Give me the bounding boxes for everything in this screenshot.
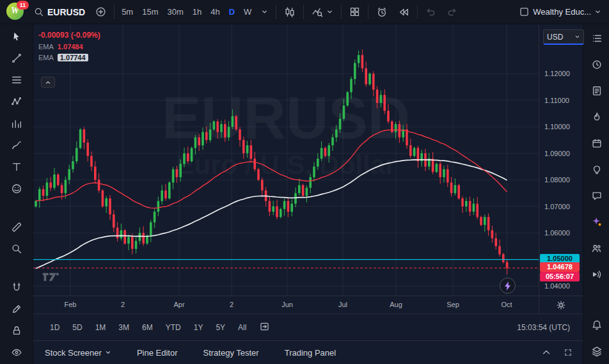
- cursor-tool-button[interactable]: [8, 31, 25, 42]
- symbol-search-button[interactable]: EURUSD: [29, 3, 90, 21]
- time-axis[interactable]: Feb2Apr2JunJulAugSepOct: [33, 296, 539, 313]
- brush-tool-button[interactable]: [8, 139, 25, 151]
- chat-button[interactable]: [589, 189, 605, 202]
- range-1m-button[interactable]: 1M: [90, 321, 111, 334]
- go-to-date-button[interactable]: [254, 319, 275, 336]
- hide-drawings-button[interactable]: [8, 347, 25, 358]
- timeframe-30m[interactable]: 30m: [163, 3, 187, 21]
- range-6m-button[interactable]: 6M: [137, 321, 158, 334]
- price-axis[interactable]: USD 1.120001.110001.100001.090001.080001…: [539, 24, 583, 296]
- range-5y-button[interactable]: 5Y: [210, 321, 230, 334]
- text-tool-button[interactable]: [8, 161, 25, 173]
- calendar-button[interactable]: [589, 137, 605, 150]
- object-tree-button[interactable]: [589, 345, 605, 358]
- time-axis-label: 2: [121, 301, 125, 308]
- redo-button[interactable]: [442, 3, 462, 21]
- timeframe-4h[interactable]: 4h: [207, 3, 223, 21]
- range-ytd-button[interactable]: YTD: [161, 321, 186, 334]
- people-icon: [591, 242, 603, 254]
- rewind-icon: [398, 6, 409, 18]
- indicators-button[interactable]: [307, 3, 338, 21]
- chart-settings-button[interactable]: [539, 296, 583, 313]
- tab-stock-screener-label: Stock Screener: [45, 348, 102, 358]
- trend-line-tool-button[interactable]: [8, 52, 25, 64]
- collapse-legend-button[interactable]: [41, 77, 55, 88]
- fullscreen-icon[interactable]: [564, 348, 573, 357]
- news-button[interactable]: [589, 84, 605, 97]
- expand-panel-up-icon[interactable]: [542, 348, 551, 357]
- range-1y-button[interactable]: 1Y: [189, 321, 209, 334]
- currency-selector[interactable]: USD: [543, 29, 584, 45]
- compare-add-button[interactable]: [91, 3, 111, 21]
- bar-replay-button[interactable]: [393, 3, 414, 21]
- quick-trade-button[interactable]: [500, 278, 516, 294]
- timeframe-1h[interactable]: 1h: [189, 3, 205, 21]
- fib-retracement-tool-button[interactable]: [8, 74, 25, 86]
- timeframe-menu-button[interactable]: [257, 3, 273, 21]
- magnet-tool-button[interactable]: [8, 281, 25, 293]
- chevron-down-icon: [574, 34, 580, 40]
- chevron-down-icon: [105, 349, 111, 356]
- chart-plot-area[interactable]: EURUSD Euro / U.S. Dollar -0.00093 (-0.0…: [33, 24, 539, 296]
- timeframe-1w[interactable]: W: [240, 3, 255, 21]
- measure-tool-button[interactable]: [8, 221, 25, 233]
- divider: [276, 5, 276, 19]
- redo-arrow-icon: [447, 6, 457, 17]
- app-logo[interactable]: W 11: [6, 3, 26, 22]
- magnifier-icon: [11, 243, 22, 255]
- range-5d-button[interactable]: 5D: [67, 321, 87, 334]
- utc-clock[interactable]: 15:03:54 (UTC): [517, 323, 570, 332]
- streams-button[interactable]: [589, 242, 605, 255]
- cursor-icon: [11, 31, 22, 42]
- save-layout-button[interactable]: Wealthy Educ...: [514, 3, 606, 21]
- time-axis-label: Sep: [447, 301, 459, 308]
- emoji-tool-button[interactable]: [8, 183, 25, 194]
- tradingview-logo[interactable]: [42, 271, 61, 285]
- panel-controls: [542, 348, 573, 357]
- layout-grid-button[interactable]: [345, 3, 365, 21]
- timeframe-1d[interactable]: D: [225, 3, 239, 21]
- tab-pine-editor[interactable]: Pine Editor: [137, 348, 178, 358]
- chart-style-button[interactable]: [280, 3, 300, 21]
- time-axis-label: Jun: [281, 301, 293, 308]
- prediction-tool-button[interactable]: [8, 118, 25, 129]
- price-tick: 1.07000: [544, 203, 570, 210]
- price-tick: 1.09000: [544, 150, 570, 157]
- xabcd-pattern-icon: [11, 96, 22, 107]
- right-sidebar: [583, 24, 609, 364]
- notifications-button[interactable]: [589, 319, 605, 331]
- broadcast-button[interactable]: [589, 268, 605, 281]
- symbol-name: EURUSD: [47, 7, 85, 17]
- edit-tool-button[interactable]: [8, 303, 25, 315]
- top-toolbar: W 11 EURUSD 5m 15m 30m 1h 4h D W: [0, 0, 609, 24]
- pattern-tool-button[interactable]: [8, 96, 25, 107]
- timeframe-5m[interactable]: 5m: [118, 3, 137, 21]
- hotlists-button[interactable]: [589, 111, 605, 123]
- alerts-button[interactable]: [589, 58, 605, 71]
- price-tick: 1.04000: [544, 282, 570, 290]
- bell-icon: [591, 319, 603, 331]
- zoom-tool-button[interactable]: [8, 243, 25, 255]
- range-all-button[interactable]: All: [233, 321, 251, 334]
- range-3m-button[interactable]: 3M: [113, 321, 134, 334]
- lock-drawings-button[interactable]: [8, 325, 25, 336]
- currency-label: USD: [547, 33, 563, 42]
- timeframe-15m[interactable]: 15m: [138, 3, 162, 21]
- brush-curve-icon: [11, 139, 22, 151]
- tab-pine-editor-label: Pine Editor: [137, 348, 178, 358]
- price-chart-canvas[interactable]: [33, 24, 539, 296]
- watchlist-button[interactable]: [589, 32, 605, 45]
- ai-assistant-button[interactable]: [589, 216, 605, 228]
- ideas-button[interactable]: [589, 163, 605, 176]
- time-axis-label: Aug: [390, 301, 402, 308]
- undo-button[interactable]: [421, 3, 441, 21]
- create-alert-button[interactable]: [372, 3, 392, 21]
- time-axis-label: 2: [230, 301, 233, 308]
- range-1d-button[interactable]: 1D: [45, 321, 65, 334]
- tradingview-logo-icon: [42, 271, 61, 283]
- tab-trading-panel[interactable]: Trading Panel: [285, 348, 336, 358]
- tab-stock-screener[interactable]: Stock Screener: [45, 348, 111, 358]
- ruler-icon: [11, 221, 22, 233]
- tab-strategy-tester[interactable]: Strategy Tester: [203, 348, 258, 358]
- chart-row: EURUSD Euro / U.S. Dollar -0.00093 (-0.0…: [33, 24, 583, 296]
